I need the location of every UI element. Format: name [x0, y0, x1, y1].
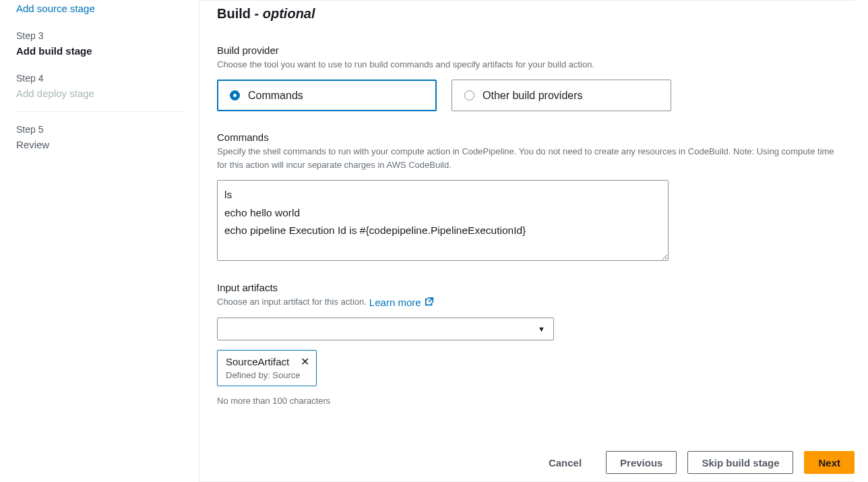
build-provider-radio-group: Commands Other build providers [217, 80, 837, 111]
radio-icon [464, 90, 474, 100]
wizard-footer: Cancel Previous Skip build stage Next [535, 451, 855, 474]
close-icon[interactable]: ✕ [301, 357, 309, 367]
commands-textarea[interactable] [217, 180, 669, 261]
step-number: Step 4 [16, 73, 183, 84]
radio-icon [230, 90, 240, 100]
build-provider-help: Choose the tool you want to use to run b… [217, 58, 837, 71]
sidebar-step-3[interactable]: Step 3 Add build stage [16, 30, 183, 57]
radio-other-build-providers[interactable]: Other build providers [452, 80, 671, 111]
previous-button[interactable]: Previous [606, 451, 677, 474]
step-title: Add build stage [16, 45, 183, 57]
step-title: Review [16, 139, 183, 150]
step-title: Add deploy stage [16, 88, 183, 99]
sidebar-step-4: Step 4 Add deploy stage [16, 73, 183, 112]
artifact-chip-sub: Defined by: Source [226, 370, 308, 380]
title-optional: optional [263, 6, 315, 21]
radio-label: Commands [248, 90, 303, 102]
input-artifacts-label: Input artifacts [217, 282, 837, 293]
main-panel: Build - optional Build provider Choose t… [199, 0, 855, 482]
input-artifacts-limit: No more than 100 characters [217, 396, 837, 406]
page-title: Build - optional [217, 6, 837, 22]
skip-build-stage-button[interactable]: Skip build stage [687, 451, 793, 474]
step-number: Step 3 [16, 30, 183, 41]
external-link-icon [425, 297, 434, 308]
input-artifacts-help: Choose an input artifact for this action… [217, 295, 367, 309]
wizard-sidebar: Add source stage Step 3 Add build stage … [0, 0, 199, 482]
sidebar-step-5: Step 5 Review [16, 124, 183, 150]
commands-help: Specify the shell commands to run with y… [217, 145, 837, 172]
learn-more-text: Learn more [369, 297, 421, 308]
cancel-button[interactable]: Cancel [535, 451, 595, 474]
caret-down-icon: ▼ [538, 325, 545, 333]
commands-label: Commands [217, 131, 837, 143]
sidebar-add-source-stage-link[interactable]: Add source stage [16, 3, 183, 14]
step-number: Step 5 [16, 124, 183, 135]
title-build: Build [217, 6, 255, 21]
radio-commands[interactable]: Commands [217, 80, 437, 111]
artifact-chip-title: SourceArtifact [226, 356, 308, 367]
artifact-chip: SourceArtifact Defined by: Source ✕ [217, 350, 317, 386]
radio-label: Other build providers [483, 90, 583, 102]
next-button[interactable]: Next [804, 451, 855, 474]
build-provider-label: Build provider [217, 44, 837, 56]
title-dash: - [255, 6, 263, 21]
input-artifacts-dropdown[interactable]: ▼ [217, 318, 554, 340]
learn-more-link[interactable]: Learn more [369, 297, 434, 308]
